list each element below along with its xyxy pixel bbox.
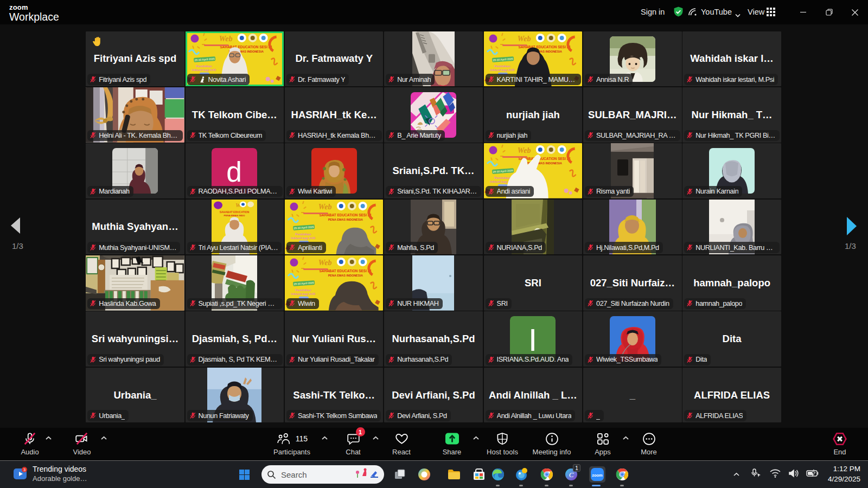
svg-text:Pendidikan: Pendidikan: [295, 288, 311, 292]
svg-text:I: I: [528, 322, 537, 357]
svg-text:Inklusif bagi AUD: Inklusif bagi AUD: [291, 292, 315, 296]
svg-text:3: 3: [23, 467, 26, 472]
svg-text:Pendidikan: Pendidikan: [196, 64, 212, 67]
svg-text:Pendidikan: Pendidikan: [494, 176, 510, 179]
svg-text:Pendidikan: Pendidikan: [494, 64, 510, 67]
svg-text:Pendidikan: Pendidikan: [295, 232, 311, 235]
svg-text:Web: Web: [517, 146, 531, 155]
svg-text:Web: Web: [318, 203, 332, 211]
svg-text:PENA EMAS INDO: PENA EMAS INDO: [224, 214, 246, 217]
svg-text:PENA EMAS INDONESIA: PENA EMAS INDONESIA: [328, 274, 363, 277]
svg-text:Inklusif bagi AUD: Inklusif bagi AUD: [490, 68, 514, 71]
svg-text:Web: Web: [318, 259, 332, 267]
svg-text:PENA EMAS INDONESIA: PENA EMAS INDONESIA: [328, 217, 363, 221]
svg-text:Web: Web: [517, 35, 531, 43]
svg-text:zoom: zoom: [592, 473, 603, 478]
svg-text:d: d: [227, 156, 242, 188]
svg-text:Web: Web: [219, 35, 232, 43]
svg-text:SAHABAT EDUCATION: SAHABAT EDUCATION: [220, 211, 250, 214]
svg-text:Inklusif bagi AUD: Inklusif bagi AUD: [192, 68, 216, 71]
svg-text:Inklusif bagi AUD: Inklusif bagi AUD: [291, 236, 315, 239]
svg-text:C: C: [569, 471, 574, 479]
